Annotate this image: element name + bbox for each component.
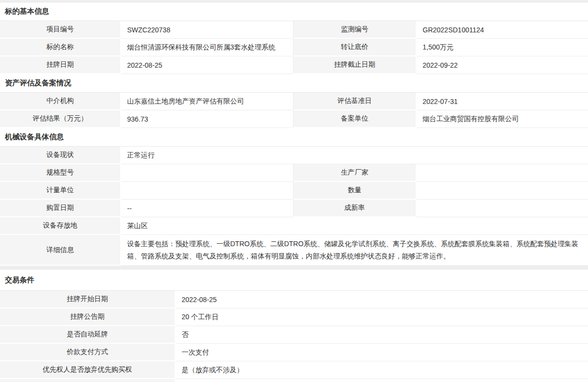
monitor-number-label: 监测编号 <box>293 21 417 39</box>
table-row: 价款支付方式 一次支付 <box>0 344 588 361</box>
section-header-equipment: 机械设备具体信息 <box>0 128 588 147</box>
section-title-equipment: 机械设备具体信息 <box>5 132 64 142</box>
agency-label: 中介机构 <box>0 93 121 110</box>
quantity-label: 数量 <box>293 182 417 200</box>
newness-rate-value <box>417 200 588 217</box>
table-row: 中介机构 山东嘉信土地房地产资产评估有限公司 评估基准日 2022-07-31 <box>0 93 588 110</box>
listing-date-label: 挂牌日期 <box>0 56 121 74</box>
appraisal-base-date-value: 2022-07-31 <box>417 93 588 110</box>
section-gap-spacer <box>0 266 588 270</box>
asset-listing-page: 标的基本信息 项目编号 SWZC220738 监测编号 GR2022SD1001… <box>0 0 588 382</box>
filing-unit-value: 烟台工业商贸国有控股有限公司 <box>417 110 588 128</box>
section-title-appraisal: 资产评估及备案情况 <box>5 78 71 88</box>
trade-conditions-table: 挂牌开始日期 2022-08-25 挂牌公告期 20 个工作日 是否自动延牌 否… <box>0 291 588 382</box>
appraisal-table: 中介机构 山东嘉信土地房地产资产评估有限公司 评估基准日 2022-07-31 … <box>0 93 588 128</box>
asset-detail-card: 标的基本信息 项目编号 SWZC220738 监测编号 GR2022SD1001… <box>0 2 588 266</box>
appraisal-result-label: 评估结果（万元） <box>0 110 121 128</box>
preemptive-right-value: 是（放弃或不涉及） <box>176 361 588 379</box>
announcement-period-label: 挂牌公告期 <box>0 308 176 326</box>
auto-extension-label: 是否自动延牌 <box>0 326 176 344</box>
cutoff-row-value <box>176 379 588 382</box>
listing-date-value: 2022-08-25 <box>121 56 293 74</box>
spec-model-value <box>121 164 293 182</box>
subject-name-label: 标的名称 <box>0 39 121 56</box>
table-row: 详细信息 设备主要包括：预处理系统、一级DTRO系统、二级DTRO系统、储罐及化… <box>0 235 588 266</box>
section-header-trade: 交易条件 <box>0 270 588 291</box>
table-row: 挂牌日期 2022-08-25 挂牌截止日期 2022-09-22 <box>0 56 588 74</box>
transfer-base-price-value: 1,500万元 <box>417 39 588 56</box>
table-row: 设备现状 正常运行 <box>0 147 588 164</box>
table-row: 购置日期 -- 成新率 <box>0 200 588 217</box>
announcement-period-value: 20 个工作日 <box>176 308 588 326</box>
equipment-status-label: 设备现状 <box>0 147 121 164</box>
basic-info-table: 项目编号 SWZC220738 监测编号 GR2022SD1001124 标的名… <box>0 21 588 74</box>
project-number-value: SWZC220738 <box>121 21 293 39</box>
appraisal-result-value: 936.73 <box>121 110 293 128</box>
appraisal-base-date-label: 评估基准日 <box>293 93 417 110</box>
equipment-status-value: 正常运行 <box>121 147 588 164</box>
section-header-appraisal: 资产评估及备案情况 <box>0 74 588 93</box>
equipment-table: 设备现状 正常运行 规格型号 生产厂家 计量单位 数量 购置日期 -- 成新率 <box>0 147 588 266</box>
filing-unit-label: 备案单位 <box>293 110 417 128</box>
auto-extension-value: 否 <box>176 326 588 344</box>
measure-unit-value <box>121 182 293 200</box>
cutoff-row-label <box>0 379 176 382</box>
quantity-value <box>417 182 588 200</box>
table-row: 设备存放地 莱山区 <box>0 217 588 235</box>
subject-name-value: 烟台恒清源环保科技有限公司所属3套水处理系统 <box>121 39 293 56</box>
storage-location-label: 设备存放地 <box>0 217 121 235</box>
table-row: 挂牌开始日期 2022-08-25 <box>0 291 588 308</box>
purchase-date-value: -- <box>121 200 293 217</box>
manufacturer-value <box>417 164 588 182</box>
payment-method-label: 价款支付方式 <box>0 344 176 361</box>
section-header-basic-info: 标的基本信息 <box>0 2 588 21</box>
listing-start-date-value: 2022-08-25 <box>176 291 588 308</box>
listing-deadline-label: 挂牌截止日期 <box>293 56 417 74</box>
transfer-base-price-label: 转让底价 <box>293 39 417 56</box>
table-row: 标的名称 烟台恒清源环保科技有限公司所属3套水处理系统 转让底价 1,500万元 <box>0 39 588 56</box>
listing-deadline-value: 2022-09-22 <box>417 56 588 74</box>
monitor-number-value: GR2022SD1001124 <box>417 21 588 39</box>
payment-method-value: 一次支付 <box>176 344 588 361</box>
newness-rate-label: 成新率 <box>293 200 417 217</box>
listing-start-date-label: 挂牌开始日期 <box>0 291 176 308</box>
purchase-date-label: 购置日期 <box>0 200 121 217</box>
measure-unit-label: 计量单位 <box>0 182 121 200</box>
spec-model-label: 规格型号 <box>0 164 121 182</box>
table-row: 计量单位 数量 <box>0 182 588 200</box>
table-row: 优先权人是否放弃优先购买权 是（放弃或不涉及） <box>0 361 588 379</box>
agency-value: 山东嘉信土地房地产资产评估有限公司 <box>121 93 293 110</box>
table-row: 规格型号 生产厂家 <box>0 164 588 182</box>
section-title-basic-info: 标的基本信息 <box>5 7 49 16</box>
detail-info-label: 详细信息 <box>0 235 121 266</box>
table-row: 评估结果（万元） 936.73 备案单位 烟台工业商贸国有控股有限公司 <box>0 110 588 128</box>
table-row: 挂牌公告期 20 个工作日 <box>0 308 588 326</box>
trade-conditions-card: 交易条件 挂牌开始日期 2022-08-25 挂牌公告期 20 个工作日 是否自… <box>0 270 588 382</box>
cutoff-row <box>0 379 588 382</box>
storage-location-value: 莱山区 <box>121 217 588 235</box>
table-row: 是否自动延牌 否 <box>0 326 588 344</box>
project-number-label: 项目编号 <box>0 21 121 39</box>
manufacturer-label: 生产厂家 <box>293 164 417 182</box>
section-title-trade: 交易条件 <box>5 276 34 285</box>
preemptive-right-label: 优先权人是否放弃优先购买权 <box>0 361 176 379</box>
detail-info-value: 设备主要包括：预处理系统、一级DTRO系统、二级DTRO系统、储罐及化学试剂系统… <box>121 235 588 266</box>
table-row: 项目编号 SWZC220738 监测编号 GR2022SD1001124 <box>0 21 588 39</box>
